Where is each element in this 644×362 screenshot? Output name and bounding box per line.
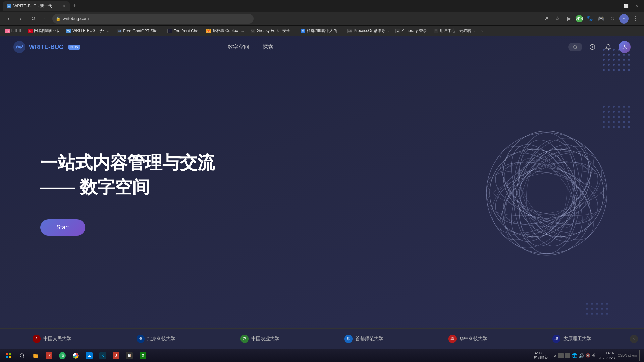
bookmark-processon[interactable]: On ProcessOn思维导... bbox=[345, 27, 391, 35]
close-button[interactable]: ✕ bbox=[632, 1, 641, 11]
svg-point-53 bbox=[628, 121, 630, 123]
network-icon[interactable]: 🌐 bbox=[572, 353, 577, 358]
bookmark-netease[interactable]: N 网易邮箱6.0版 bbox=[25, 27, 62, 35]
user-avatar[interactable]: 人 bbox=[619, 41, 631, 53]
vpn-icon[interactable]: VPN bbox=[576, 15, 583, 22]
bookmark-forefront[interactable]: F Forefront Chat bbox=[165, 28, 202, 34]
taskbar: 卡 微 ☁ K J 📋 X 32°C 局部晴朗 ∧ bbox=[0, 349, 644, 362]
lock-icon: 🔒 bbox=[56, 16, 61, 21]
extension-icon-1[interactable]: 🐾 bbox=[585, 14, 594, 24]
uni-hust[interactable]: 华 华中科技大学 bbox=[416, 329, 520, 349]
nav-digital-space[interactable]: 数字空间 bbox=[228, 44, 249, 51]
svg-point-73 bbox=[601, 313, 603, 315]
zlibrary-favicon: Z bbox=[395, 29, 400, 33]
back-button[interactable]: ‹ bbox=[4, 14, 13, 24]
bookmark-zlibrary[interactable]: Z Z-Library 登录 bbox=[393, 27, 429, 35]
usercenter-favicon: 用 bbox=[434, 29, 438, 33]
start-button[interactable]: Start bbox=[40, 219, 85, 236]
uni-cau[interactable]: 农 中国农业大学 bbox=[208, 329, 312, 349]
weather-widget[interactable]: 32°C 局部晴朗 bbox=[534, 351, 548, 360]
uni-ruc[interactable]: 人 中国人民大学 bbox=[0, 329, 104, 349]
uni-tyut[interactable]: 理 太原理工大学 bbox=[520, 329, 624, 349]
minimize-button[interactable]: — bbox=[610, 1, 620, 11]
app-6-button[interactable]: 📋 bbox=[123, 350, 136, 361]
svg-point-21 bbox=[618, 64, 620, 66]
tray-arrow[interactable]: ∧ bbox=[554, 353, 557, 358]
show-desktop-button[interactable] bbox=[639, 350, 641, 361]
volume-icon[interactable]: 🔊 bbox=[579, 353, 584, 358]
maximize-button[interactable]: ⬜ bbox=[621, 1, 631, 11]
svg-point-30 bbox=[603, 106, 605, 108]
share-icon[interactable]: ↗ bbox=[541, 14, 551, 24]
chrome-taskbar-button[interactable] bbox=[70, 350, 82, 361]
extension-icon-2[interactable]: 🎮 bbox=[596, 14, 606, 24]
svg-point-51 bbox=[618, 121, 620, 123]
svg-point-62 bbox=[596, 303, 598, 305]
tab-controls: — ⬜ ✕ bbox=[610, 1, 641, 11]
bookmark-writebug[interactable]: W WRITE-BUG - 学生... bbox=[64, 27, 113, 35]
url-text: writebug.com bbox=[63, 16, 89, 21]
active-tab[interactable]: W WRITE-BUG - 新一代数字空间 × bbox=[3, 1, 70, 11]
uni-more-icon: › bbox=[630, 335, 638, 343]
logo-icon bbox=[13, 41, 25, 53]
app-3-button[interactable]: ☁ bbox=[83, 350, 95, 361]
bookmark-jianli[interactable]: 精 精选299套个人简... bbox=[298, 27, 343, 35]
file-explorer-button[interactable] bbox=[30, 350, 42, 361]
uni-cnu[interactable]: 师 首都师范大学 bbox=[312, 329, 416, 349]
nav-explore[interactable]: 探索 bbox=[263, 44, 273, 51]
svg-point-106 bbox=[484, 163, 609, 224]
tray-icon-1[interactable] bbox=[558, 353, 564, 358]
notification-button[interactable] bbox=[602, 41, 614, 53]
windows-start-button[interactable] bbox=[3, 350, 15, 361]
tray-icon-2[interactable] bbox=[565, 353, 570, 358]
extension-icon-3[interactable]: ⬡ bbox=[608, 14, 617, 24]
svg-point-55 bbox=[608, 126, 610, 128]
time-display: 14:07 bbox=[598, 351, 615, 355]
svg-point-50 bbox=[613, 121, 615, 123]
more-bookmarks-button[interactable]: › bbox=[479, 28, 485, 34]
processon-favicon: On bbox=[347, 29, 352, 33]
bookmark-cupfox[interactable]: 🦊 茶杯狐 Cupfox -... bbox=[204, 27, 247, 35]
app-5-button[interactable]: J bbox=[110, 350, 122, 361]
app-2-button[interactable]: 微 bbox=[56, 350, 68, 361]
bookmark-greasy[interactable]: GF Greasy Fork - 安全... bbox=[248, 27, 297, 35]
app-1-button[interactable]: 卡 bbox=[43, 350, 55, 361]
uni-more[interactable]: › bbox=[624, 329, 644, 349]
search-box[interactable] bbox=[568, 43, 582, 51]
more-tools-icon[interactable]: ⋮ bbox=[631, 14, 640, 24]
reload-button[interactable]: ↻ bbox=[28, 14, 38, 24]
svg-point-12 bbox=[603, 59, 605, 61]
add-button[interactable] bbox=[586, 41, 598, 53]
svg-point-48 bbox=[603, 121, 605, 123]
language-indicator[interactable]: 英 bbox=[592, 353, 596, 358]
bookmark-usercenter[interactable]: 用 用户中心 - 云猫转... bbox=[431, 27, 478, 35]
nav-links: 数字空间 探索 bbox=[228, 44, 273, 51]
bookmark-bilibili[interactable]: B bilibili bbox=[3, 28, 24, 34]
cast-icon[interactable]: ▶ bbox=[564, 14, 574, 24]
uni-ustb[interactable]: ⚙ 北京科技大学 bbox=[104, 329, 208, 349]
svg-point-27 bbox=[618, 69, 620, 71]
app-7-button[interactable]: X bbox=[137, 350, 149, 361]
svg-point-29 bbox=[628, 69, 630, 71]
search-taskbar-button[interactable] bbox=[16, 350, 28, 361]
logo-area[interactable]: WRITE-BUG NEW bbox=[13, 41, 80, 53]
svg-point-103 bbox=[485, 131, 608, 255]
app-4-button[interactable]: K bbox=[97, 350, 109, 361]
dot-grid-bottom-right bbox=[584, 300, 610, 322]
star-icon[interactable]: ☆ bbox=[553, 14, 562, 24]
profile-icon[interactable]: 人 bbox=[619, 14, 629, 24]
hust-icon: 华 bbox=[448, 335, 457, 343]
forward-button[interactable]: › bbox=[16, 14, 25, 24]
url-bar[interactable]: 🔒 writebug.com bbox=[52, 14, 254, 24]
ustb-icon: ⚙ bbox=[137, 335, 145, 343]
clock[interactable]: 14:07 2023/9/23 bbox=[598, 351, 615, 360]
cupfox-label: 茶杯狐 Cupfox -... bbox=[212, 28, 244, 34]
close-tab-icon[interactable]: × bbox=[63, 3, 66, 9]
app6-icon: 📋 bbox=[126, 352, 133, 359]
mute-icon[interactable]: 🔇 bbox=[586, 353, 590, 358]
new-tab-button[interactable]: + bbox=[70, 1, 79, 11]
taskbar-search-icon bbox=[19, 353, 25, 358]
bookmark-ai[interactable]: AI Free ChatGPT Site... bbox=[114, 28, 163, 34]
home-button[interactable]: ⌂ bbox=[40, 14, 50, 24]
bilibili-label: bilibili bbox=[11, 29, 21, 33]
